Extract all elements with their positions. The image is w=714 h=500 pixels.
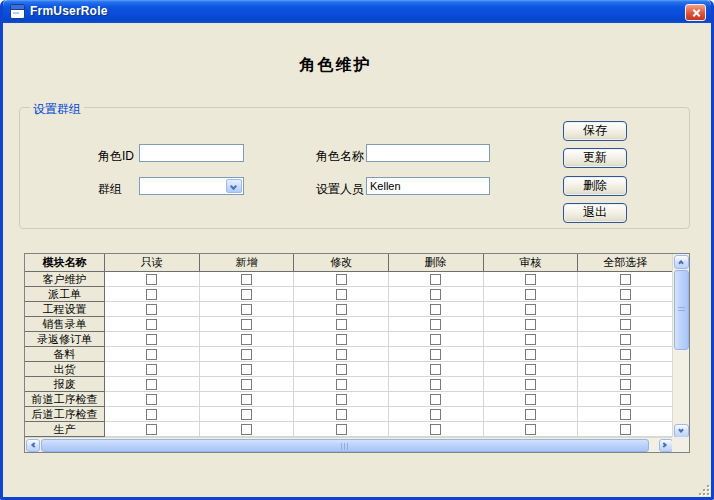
permission-checkbox[interactable] <box>241 304 252 315</box>
group-dropdown[interactable] <box>139 177 244 195</box>
column-header[interactable]: 修改 <box>294 254 389 272</box>
permission-checkbox[interactable] <box>525 364 536 375</box>
permission-checkbox[interactable] <box>525 409 536 420</box>
dropdown-arrow-button[interactable] <box>226 179 242 193</box>
update-button[interactable]: 更新 <box>563 148 627 168</box>
permission-checkbox[interactable] <box>241 289 252 300</box>
permission-checkbox[interactable] <box>620 364 631 375</box>
close-button[interactable] <box>685 4 706 21</box>
permission-checkbox[interactable] <box>146 424 157 435</box>
permission-checkbox[interactable] <box>146 334 157 345</box>
scroll-up-button[interactable] <box>674 255 689 269</box>
permission-checkbox[interactable] <box>336 379 347 390</box>
permission-cell <box>389 377 484 392</box>
permission-checkbox[interactable] <box>241 424 252 435</box>
permission-checkbox[interactable] <box>336 319 347 330</box>
permission-checkbox[interactable] <box>336 409 347 420</box>
permission-cell <box>294 392 389 407</box>
scroll-left-button[interactable] <box>26 439 40 452</box>
permission-checkbox[interactable] <box>430 304 441 315</box>
delete-button[interactable]: 删除 <box>563 176 627 196</box>
permission-checkbox[interactable] <box>525 304 536 315</box>
permission-checkbox[interactable] <box>336 394 347 405</box>
horizontal-scroll-thumb[interactable] <box>41 439 649 452</box>
permission-checkbox[interactable] <box>525 424 536 435</box>
permission-checkbox[interactable] <box>146 409 157 420</box>
permission-checkbox[interactable] <box>146 319 157 330</box>
permission-checkbox[interactable] <box>336 289 347 300</box>
permission-checkbox[interactable] <box>241 274 252 285</box>
permission-checkbox[interactable] <box>525 394 536 405</box>
horizontal-scrollbar[interactable] <box>25 437 674 452</box>
permission-checkbox[interactable] <box>146 274 157 285</box>
permission-checkbox[interactable] <box>241 334 252 345</box>
page-title: 角色维护 <box>3 55 668 76</box>
permission-checkbox[interactable] <box>241 319 252 330</box>
permission-checkbox[interactable] <box>241 379 252 390</box>
permission-checkbox[interactable] <box>146 364 157 375</box>
table-row: 前道工序检查 <box>25 392 673 407</box>
permission-checkbox[interactable] <box>146 379 157 390</box>
permission-checkbox[interactable] <box>241 349 252 360</box>
permission-checkbox[interactable] <box>525 379 536 390</box>
permission-checkbox[interactable] <box>430 379 441 390</box>
role-name-input[interactable] <box>366 144 490 162</box>
column-header[interactable]: 新增 <box>200 254 295 272</box>
permission-checkbox[interactable] <box>430 274 441 285</box>
role-id-input[interactable] <box>139 144 244 162</box>
permission-checkbox[interactable] <box>525 319 536 330</box>
permission-checkbox[interactable] <box>336 349 347 360</box>
setter-input[interactable] <box>366 177 490 195</box>
permission-checkbox[interactable] <box>430 289 441 300</box>
permission-checkbox[interactable] <box>430 394 441 405</box>
column-header[interactable]: 删除 <box>389 254 484 272</box>
permission-checkbox[interactable] <box>430 319 441 330</box>
column-header[interactable]: 审核 <box>484 254 579 272</box>
permission-checkbox[interactable] <box>525 349 536 360</box>
permission-checkbox[interactable] <box>336 334 347 345</box>
permission-checkbox[interactable] <box>430 409 441 420</box>
permission-checkbox[interactable] <box>620 334 631 345</box>
permission-checkbox[interactable] <box>241 394 252 405</box>
permission-checkbox[interactable] <box>525 274 536 285</box>
permission-checkbox[interactable] <box>620 289 631 300</box>
permission-checkbox[interactable] <box>430 334 441 345</box>
vertical-scrollbar[interactable] <box>672 254 689 439</box>
permission-checkbox[interactable] <box>525 334 536 345</box>
permission-checkbox[interactable] <box>241 409 252 420</box>
permission-checkbox[interactable] <box>430 349 441 360</box>
permission-checkbox[interactable] <box>620 319 631 330</box>
scroll-right-button[interactable] <box>659 439 673 452</box>
permission-checkbox[interactable] <box>620 304 631 315</box>
permission-checkbox[interactable] <box>146 394 157 405</box>
exit-button[interactable]: 退出 <box>563 203 627 223</box>
table-row: 工程设置 <box>25 302 673 317</box>
save-button[interactable]: 保存 <box>563 121 627 141</box>
permission-checkbox[interactable] <box>620 349 631 360</box>
permission-checkbox[interactable] <box>430 424 441 435</box>
permission-checkbox[interactable] <box>430 364 441 375</box>
permission-checkbox[interactable] <box>336 304 347 315</box>
permission-checkbox[interactable] <box>620 394 631 405</box>
permission-checkbox[interactable] <box>146 289 157 300</box>
permission-checkbox[interactable] <box>336 424 347 435</box>
title-bar[interactable]: FrmUserRole <box>3 0 711 23</box>
permission-checkbox[interactable] <box>620 379 631 390</box>
permission-checkbox[interactable] <box>336 364 347 375</box>
permission-checkbox[interactable] <box>620 409 631 420</box>
resize-grip[interactable] <box>697 483 709 495</box>
permission-checkbox[interactable] <box>620 274 631 285</box>
permission-checkbox[interactable] <box>620 424 631 435</box>
column-header[interactable]: 全部选择 <box>578 254 673 272</box>
permission-cell <box>578 362 673 377</box>
permission-checkbox[interactable] <box>241 364 252 375</box>
permission-checkbox[interactable] <box>525 289 536 300</box>
column-header[interactable]: 只读 <box>105 254 200 272</box>
permission-checkbox[interactable] <box>146 304 157 315</box>
permission-cell <box>578 392 673 407</box>
permission-checkbox[interactable] <box>146 349 157 360</box>
permission-checkbox[interactable] <box>336 274 347 285</box>
column-header[interactable]: 模块名称 <box>25 254 105 272</box>
vertical-scroll-thumb[interactable] <box>674 270 689 350</box>
scroll-down-button[interactable] <box>674 424 689 438</box>
